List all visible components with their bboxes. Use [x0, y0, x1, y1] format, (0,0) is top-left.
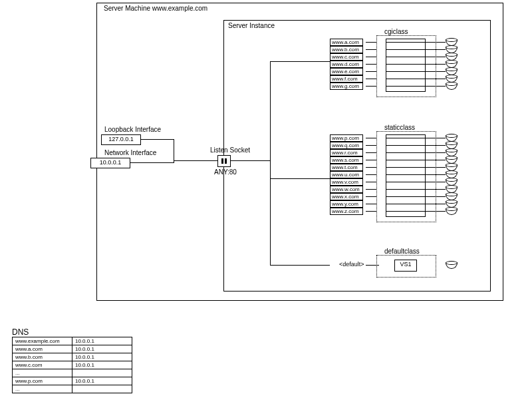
- network-ip: 10.0.0.1: [100, 159, 122, 166]
- host-line: [366, 138, 376, 138]
- staticclass-label: staticclass: [384, 124, 415, 131]
- network-ip-box: 10.0.0.1: [90, 158, 130, 168]
- connector-line: [386, 152, 446, 153]
- host-line: [366, 49, 376, 50]
- host-label: www.a.com: [330, 39, 363, 46]
- line-tee-v: [174, 139, 174, 163]
- host-label: www.c.com: [330, 53, 363, 61]
- line-to-default: [270, 265, 330, 266]
- connector-line: [386, 71, 446, 72]
- host-row: www.c.com: [330, 53, 376, 61]
- connector-line: [386, 182, 446, 182]
- socket-icon: [217, 155, 231, 167]
- host-row: www.v.com: [330, 178, 376, 186]
- host-line: [366, 174, 376, 175]
- host-row: www.w.com: [330, 186, 376, 193]
- host-line: [366, 211, 376, 212]
- dns-host-cell: www.b.com: [13, 353, 72, 361]
- host-row: www.f.com: [330, 75, 376, 83]
- defaultclass-label: defaultclass: [384, 248, 420, 255]
- host-line: [366, 204, 376, 204]
- host-line: [366, 189, 376, 190]
- table-row: www.a.com10.0.0.1: [13, 345, 132, 353]
- loopback-ip: 127.0.0.1: [108, 136, 134, 142]
- host-row: www.y.com: [330, 200, 376, 208]
- host-label: www.e.com: [330, 68, 363, 75]
- host-label: www.x.com: [330, 193, 363, 200]
- host-line: [366, 64, 376, 65]
- loopback-label: Loopback Interface: [104, 126, 161, 133]
- host-label: www.v.com: [330, 178, 363, 186]
- host-label: www.p.com: [330, 134, 363, 142]
- host-line: [366, 182, 376, 182]
- connector-line: [386, 57, 446, 57]
- connector-line: [386, 211, 446, 212]
- host-label: www.b.com: [330, 46, 363, 53]
- connector-line: [386, 204, 446, 204]
- host-row: www.x.com: [330, 193, 376, 200]
- cgiclass-label: cgiclass: [384, 28, 408, 35]
- dns-host-cell: www.a.com: [13, 345, 72, 353]
- host-label: www.s.com: [330, 156, 363, 164]
- host-label: www.t.com: [330, 164, 363, 171]
- host-label: www.r.com: [330, 149, 363, 156]
- cylinder-icon: [446, 82, 458, 90]
- table-row: www.example.com10.0.0.1: [13, 337, 132, 345]
- line-to-cgi: [270, 61, 330, 62]
- dns-title: DNS: [12, 327, 29, 337]
- line-split-v: [270, 61, 271, 266]
- table-row: www.c.com10.0.0.1: [13, 361, 132, 369]
- connector-line: [386, 86, 446, 87]
- host-row: www.e.com: [330, 68, 376, 75]
- cgi-stack: [386, 39, 426, 92]
- dns-ip-cell: 10.0.0.1: [72, 337, 132, 345]
- host-label: www.w.com: [330, 186, 363, 193]
- default-vs-label: VS1: [400, 261, 411, 268]
- line-to-static: [270, 178, 330, 179]
- connector-line: [386, 145, 446, 146]
- dns-host-cell: www.p.com: [13, 377, 72, 385]
- host-row: www.z.com: [330, 208, 376, 215]
- loopback-ip-box: 127.0.0.1: [101, 134, 141, 145]
- host-line: [366, 57, 376, 57]
- cgi-host-group: www.a.comwww.b.comwww.c.comwww.d.comwww.…: [330, 39, 376, 90]
- static-stack: [386, 134, 426, 217]
- dns-ip-cell: [72, 385, 132, 393]
- host-label: www.g.com: [330, 83, 363, 90]
- dns-ip-cell: 10.0.0.1: [72, 353, 132, 361]
- connector-line: [386, 189, 446, 190]
- host-label: www.u.com: [330, 171, 363, 178]
- dns-host-cell: ...: [13, 369, 72, 377]
- host-row: www.u.com: [330, 171, 376, 178]
- server-machine-title: Server Machine www.example.com: [104, 5, 207, 12]
- cylinder-icon: [446, 207, 458, 215]
- connector-line: [386, 138, 446, 138]
- host-row: www.r.com: [330, 149, 376, 156]
- dns-ip-cell: 10.0.0.1: [72, 361, 132, 369]
- host-line: [366, 145, 376, 146]
- line-socket-out: [231, 160, 271, 161]
- host-label: www.d.com: [330, 61, 363, 68]
- static-host-group: www.p.comwww.q.comwww.r.comwww.s.comwww.…: [330, 134, 376, 215]
- table-row: ...: [13, 385, 132, 393]
- dns-ip-cell: 10.0.0.1: [72, 345, 132, 353]
- host-row: www.p.com: [330, 134, 376, 142]
- dns-ip-cell: [72, 369, 132, 377]
- table-row: www.b.com10.0.0.1: [13, 353, 132, 361]
- host-line: [366, 152, 376, 153]
- host-line: [366, 86, 376, 87]
- host-row: www.b.com: [330, 46, 376, 53]
- default-cyl: [446, 261, 458, 269]
- connector-line: [386, 79, 446, 79]
- server-instance-title: Server Instance: [228, 22, 275, 29]
- host-row: www.d.com: [330, 61, 376, 68]
- line-loopback-h: [141, 139, 174, 140]
- host-line: [366, 196, 376, 197]
- default-vs-box: VS1: [394, 260, 417, 272]
- line-network-h: [130, 162, 174, 163]
- listen-socket-label: Listen Socket: [210, 146, 250, 154]
- table-row: www.p.com10.0.0.1: [13, 377, 132, 385]
- connector-line: [386, 196, 446, 197]
- connector-line: [386, 49, 446, 50]
- host-line: [366, 42, 376, 43]
